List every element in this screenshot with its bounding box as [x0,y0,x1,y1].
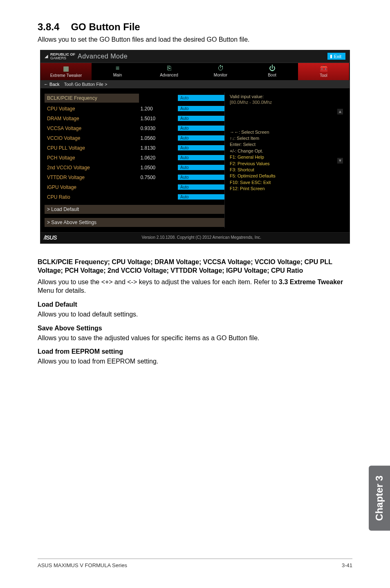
tab-label: Main [92,73,143,77]
bios-version-text: Version 2.10.1208. Copyright (C) 2012 Am… [142,235,261,240]
load-eeprom-heading: Load from EEPROM setting [38,348,352,355]
param-row[interactable]: PCH Voltage1.0620Auto [45,153,224,163]
param-label: CPU PLL Voltage [45,144,139,152]
param-value: 0.9330 [139,126,178,131]
param-label: DRAM Voltage [45,115,139,122]
param-header-row[interactable]: BCLK/PCIE Frequency Auto [45,92,224,104]
param-input[interactable]: Auto [178,145,224,150]
bios-screenshot: ◢ REPUBLIC OFGAMERS Advanced Mode ▮Exit … [40,50,350,244]
param-row[interactable]: CPU RatioAuto [45,192,224,202]
tab-advanced[interactable]: ⎘Advanced [143,63,195,80]
tab-label: Boot [247,73,298,77]
param-value: 1.0560 [139,135,178,141]
param-input[interactable]: Auto [178,116,224,121]
body-text: Menu for details. [38,287,86,294]
save-above-heading: Save Above Settings [38,325,352,332]
footer-left: ASUS MAXIMUS V FORMULA Series [38,562,127,568]
param-input[interactable]: Auto [178,135,224,141]
help-range: [80.0Mhz - 300.0Mhz [230,100,342,105]
tab-main[interactable]: ≡Main [92,63,143,80]
param-value: 1.0500 [139,165,178,171]
list-icon: ≡ [116,65,119,72]
param-row[interactable]: 2nd VCCIO Voltage1.0500Auto [45,163,224,173]
tab-label: Tool [298,73,349,78]
param-row[interactable]: CPU Voltage1.200Auto [45,104,224,114]
param-input[interactable]: Auto [178,155,224,160]
section-title-text: GO Button File [71,21,140,32]
param-input[interactable]: Auto [178,194,224,200]
tab-extreme-tweaker[interactable]: ▦Extreme Tweaker [40,63,92,80]
bios-breadcrumb: ← Back Tool\ Go Button File > [40,80,350,88]
tab-label: Extreme Tweaker [40,73,92,78]
key-hint: F2: Previous Values [230,161,342,167]
load-default-heading: Load Default [38,301,352,308]
save-above-body: Allows you to save the adjusted values f… [38,334,352,343]
exit-label: Exit [334,54,341,59]
param-row[interactable]: VTTDDR Voltage0.7500Auto [45,173,224,182]
tab-boot[interactable]: ⏻Boot [247,63,298,80]
load-eeprom-body: Allows you to load from EEPROM setting. [38,357,352,366]
param-row[interactable]: DRAM Voltage1.5010Auto [45,114,224,123]
key-hint: +/-: Change Opt. [230,148,342,154]
param-bclk-label: BCLK/PCIE Frequency [45,94,139,103]
param-label: VCCSA Voltage [45,125,139,132]
param-group-body: Allows you to use the <+> and <-> keys t… [38,278,352,295]
param-label: CPU Voltage [45,105,139,112]
param-label: VTTDDR Voltage [45,174,139,181]
param-label: CPU Ratio [45,193,139,201]
param-value: 1.0620 [139,155,178,161]
exit-button[interactable]: ▮Exit [327,53,345,60]
back-button[interactable]: ← Back [44,82,60,87]
body-text: Allows you to use the <+> and <-> keys t… [38,278,279,285]
asus-brand: /ISUS [44,234,57,241]
param-input[interactable]: Auto [178,126,224,131]
exit-icon: ▮ [330,54,332,59]
param-input[interactable]: Auto [178,95,224,101]
monitor-icon: ⏱ [217,65,224,72]
param-input[interactable]: Auto [178,165,224,170]
param-label: iGPU Voltage [45,184,139,191]
scroll-up-icon[interactable]: ▲ [337,109,343,114]
load-default-button[interactable]: > Load Default [45,202,224,215]
button-label: > Load Default [45,205,224,214]
rog-logo-icon: ◢ [45,54,48,59]
section-number: 3.8.4 [38,21,59,33]
tab-tool[interactable]: 🧰Tool [298,63,350,80]
bios-mode: Advanced Mode [78,53,128,60]
key-hint: F3: Shortcut [230,167,342,173]
tool-icon: 🧰 [320,65,328,72]
key-hint: F1: General Help [230,154,342,160]
param-value: 1.200 [139,106,178,112]
key-hint: →←: Select Screen [230,129,342,135]
chip-icon: ▦ [63,65,69,72]
param-input[interactable]: Auto [178,106,224,111]
key-hint: Enter: Select [230,141,342,148]
footer-page-number: 3-41 [342,562,352,568]
param-label: VCCIO Voltage [45,135,139,142]
param-row[interactable]: iGPU VoltageAuto [45,182,224,192]
param-input[interactable]: Auto [178,175,224,180]
param-row[interactable]: VCCSA Voltage0.9330Auto [45,123,224,133]
param-input[interactable]: Auto [178,184,224,190]
key-hint: F10: Save ESC: Exit [230,180,342,186]
rog-brand: REPUBLIC OFGAMERS [50,53,75,60]
param-row[interactable]: VCCIO Voltage1.0560Auto [45,133,224,143]
body-text-bold: 3.3 Extreme Tweaker [279,278,343,285]
tab-label: Advanced [143,73,195,77]
param-label: 2nd VCCIO Voltage [45,164,139,171]
key-hint: F5: Optimized Defaults [230,173,342,179]
tab-monitor[interactable]: ⏱Monitor [195,63,247,80]
page-footer: ASUS MAXIMUS V FORMULA Series 3-41 [38,559,352,568]
bios-tab-bar: ▦Extreme Tweaker ≡Main ⎘Advanced ⏱Monito… [40,63,350,80]
load-default-body: Allows you to load default settings. [38,310,352,319]
tab-label: Monitor [195,73,246,77]
param-row[interactable]: CPU PLL Voltage1.8130Auto [45,143,224,153]
save-above-settings-button[interactable]: > Save Above Settings [45,215,224,228]
chapter-tab: Chapter 3 [369,466,390,531]
scroll-down-icon[interactable]: ▼ [337,158,343,164]
key-hint: ↑↓: Select Item [230,135,342,141]
bios-titlebar: ◢ REPUBLIC OFGAMERS Advanced Mode ▮Exit [40,50,350,63]
section-intro: Allows you to set the GO Button files an… [38,35,352,44]
param-value: 1.5010 [139,116,178,121]
breadcrumb-path: Tool\ Go Button File > [64,82,107,87]
